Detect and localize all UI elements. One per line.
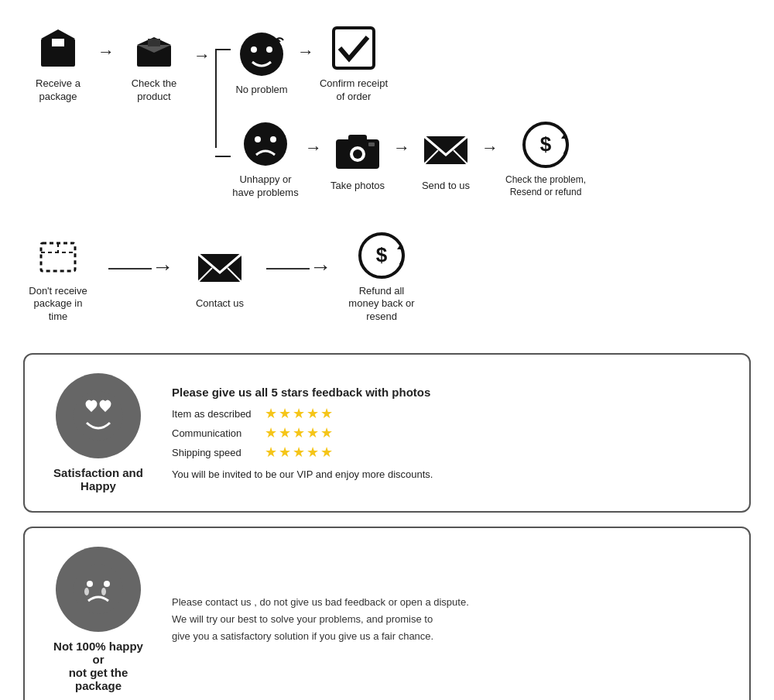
happy-card-heading: Please give us all 5 stars feedback with… bbox=[172, 386, 726, 399]
happy-avatar bbox=[56, 373, 141, 458]
long-arrow: ——→ bbox=[93, 255, 189, 300]
svg-point-35 bbox=[104, 581, 110, 587]
send-mail-icon bbox=[421, 125, 471, 175]
svg-point-33 bbox=[74, 564, 123, 614]
branch-upper: No problem → Confirm receipt of order bbox=[231, 23, 588, 104]
receive-package-node: Receive a package bbox=[23, 23, 93, 104]
stars-3: ★★★★★ bbox=[265, 444, 334, 461]
send-to-us-label: Send to us bbox=[422, 180, 470, 193]
star-row-2: Communication ★★★★★ bbox=[172, 424, 726, 441]
arrow-unhappy3: → bbox=[477, 138, 503, 181]
arrow1: → bbox=[93, 42, 119, 85]
sad-face-icon bbox=[241, 119, 290, 169]
svg-point-11 bbox=[270, 136, 276, 142]
fork-h-top bbox=[215, 49, 231, 50]
check-problem-label: Check the problem, Resend or refund bbox=[503, 174, 588, 198]
package-icon bbox=[33, 23, 83, 73]
svg-rect-15 bbox=[348, 135, 367, 142]
unhappy-card-left: Not 100% happy or not get the package bbox=[48, 547, 149, 692]
no-receive-label: Don't receive package in time bbox=[23, 285, 93, 324]
no-problem-node: No problem bbox=[231, 29, 293, 97]
unhappy-label: Unhappy or have problems bbox=[231, 173, 300, 200]
svg-text:$: $ bbox=[540, 132, 552, 156]
take-photos-node: Take photos bbox=[327, 125, 389, 193]
svg-point-10 bbox=[255, 136, 261, 142]
branch-lower: Unhappy or have problems → Take bbox=[231, 119, 588, 200]
happy-card-left: Satisfaction and Happy bbox=[48, 373, 149, 492]
check-product-label: Check the product bbox=[119, 77, 189, 104]
arrow-unhappy2: → bbox=[389, 138, 415, 181]
svg-point-9 bbox=[244, 122, 287, 166]
open-box-icon bbox=[129, 23, 179, 73]
item-described-label: Item as described bbox=[172, 408, 265, 420]
refund-icon: $ bbox=[521, 120, 570, 170]
unhappy-card-body: Please contact us , do not give us bad f… bbox=[172, 594, 726, 645]
arrow-no-problem: → bbox=[293, 42, 319, 85]
left-nodes: Receive a package → Check the product → bbox=[23, 23, 215, 104]
unhappy-avatar bbox=[56, 547, 141, 632]
svg-point-7 bbox=[266, 46, 272, 53]
take-photos-label: Take photos bbox=[330, 180, 385, 193]
happy-card-title: Satisfaction and Happy bbox=[48, 466, 149, 492]
star-row-3: Shipping speed ★★★★★ bbox=[172, 444, 726, 461]
checkmark-icon bbox=[329, 23, 378, 73]
fork-h-bot bbox=[215, 156, 231, 157]
dashed-box-icon bbox=[33, 231, 83, 280]
svg-point-34 bbox=[87, 581, 93, 587]
vip-text: You will be invited to be our VIP and en… bbox=[172, 468, 726, 480]
branch-rows: No problem → Confirm receipt of order bbox=[231, 23, 588, 200]
happy-face-icon bbox=[237, 29, 286, 79]
unhappy-card: Not 100% happy or not get the package Pl… bbox=[23, 527, 751, 700]
unhappy-line1: Please contact us , do not give us bad f… bbox=[172, 594, 726, 611]
arrow2: → bbox=[189, 46, 215, 66]
svg-rect-23 bbox=[41, 243, 75, 271]
stars-2: ★★★★★ bbox=[265, 424, 334, 441]
svg-point-36 bbox=[84, 588, 89, 595]
no-problem-label: No problem bbox=[235, 84, 287, 97]
unhappy-node: Unhappy or have problems bbox=[231, 119, 300, 200]
svg-rect-2 bbox=[52, 39, 64, 46]
no-receive-node: Don't receive package in time bbox=[23, 231, 93, 324]
send-to-us-node: Send to us bbox=[415, 125, 477, 193]
refund-label: Refund all money back or resend bbox=[347, 285, 416, 324]
shipping-label: Shipping speed bbox=[172, 447, 265, 458]
refund-node: $ Refund all money back or resend bbox=[347, 231, 416, 324]
svg-rect-8 bbox=[334, 28, 374, 68]
arrow-unhappy1: → bbox=[300, 138, 327, 181]
row2-flow: Don't receive package in time ——→ Contac… bbox=[15, 231, 759, 340]
stars-1: ★★★★★ bbox=[265, 405, 334, 422]
check-problem-node: $ Check the problem, Resend or refund bbox=[503, 120, 588, 198]
contact-us-node: Contact us bbox=[189, 243, 251, 311]
unhappy-card-title: Not 100% happy or not get the package bbox=[48, 640, 149, 692]
communication-label: Communication bbox=[172, 427, 265, 439]
fork-vertical bbox=[215, 49, 217, 148]
svg-rect-4 bbox=[148, 39, 160, 46]
svg-point-6 bbox=[251, 46, 257, 53]
unhappy-line2: We will try our best to solve your probl… bbox=[172, 611, 726, 628]
svg-rect-16 bbox=[368, 142, 375, 146]
svg-point-14 bbox=[353, 149, 362, 159]
flow-section: Receive a package → Check the product → bbox=[15, 15, 759, 208]
svg-point-37 bbox=[101, 588, 106, 595]
star-row-1: Item as described ★★★★★ bbox=[172, 405, 726, 422]
refund2-icon: $ bbox=[357, 231, 406, 280]
fork-area: No problem → Confirm receipt of order bbox=[215, 23, 588, 200]
happy-card-body: Please give us all 5 stars feedback with… bbox=[172, 386, 726, 480]
happy-card: Satisfaction and Happy Please give us al… bbox=[23, 353, 751, 513]
arrow-contact: ——→ bbox=[251, 255, 347, 300]
svg-point-32 bbox=[74, 391, 123, 441]
svg-text:$: $ bbox=[376, 243, 388, 266]
confirm-receipt-node: Confirm receipt of order bbox=[319, 23, 389, 104]
svg-marker-1 bbox=[41, 29, 75, 39]
contact-mail-icon bbox=[195, 243, 245, 293]
receive-package-label: Receive a package bbox=[23, 77, 93, 104]
check-product-node: Check the product bbox=[119, 23, 189, 104]
fork-lines bbox=[215, 23, 231, 200]
camera-icon bbox=[333, 125, 382, 175]
confirm-receipt-label: Confirm receipt of order bbox=[319, 77, 389, 104]
unhappy-line3: give you a satisfactory solution if you … bbox=[172, 628, 726, 645]
contact-us-label: Contact us bbox=[196, 297, 244, 311]
